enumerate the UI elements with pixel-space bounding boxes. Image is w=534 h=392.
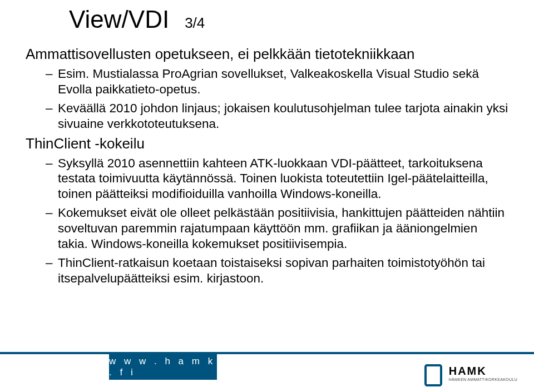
bullet-list: Esim. Mustialassa ProAgrian sovellukset,… xyxy=(26,66,508,132)
logo-text: HAMK HÄMEEN AMMATTIKORKEAKOULU xyxy=(449,365,517,381)
list-item: Kokemukset eivät ole olleet pelkästään p… xyxy=(46,205,508,252)
slide-page-indicator: 3/4 xyxy=(185,14,205,32)
bullet-list: Syksyllä 2010 asennettiin kahteen ATK-lu… xyxy=(26,156,508,286)
list-item: Syksyllä 2010 asennettiin kahteen ATK-lu… xyxy=(46,156,508,202)
logo-subtitle: HÄMEEN AMMATTIKORKEAKOULU xyxy=(449,378,517,381)
list-item: ThinClient-ratkaisun koetaan toistaiseks… xyxy=(46,255,508,286)
slide-content: View/VDI 3/4 Ammattisovellusten opetukse… xyxy=(0,0,534,286)
slide-footer: w w w . h a m k . f i HAMK HÄMEEN AMMATT… xyxy=(0,349,534,392)
logo-icon xyxy=(424,364,447,382)
footer-divider xyxy=(0,352,534,354)
title-row: View/VDI 3/4 xyxy=(26,6,508,33)
section-1: Ammattisovellusten opetukseen, ei pelkkä… xyxy=(26,46,508,132)
section-heading: Ammattisovellusten opetukseen, ei pelkkä… xyxy=(26,46,508,63)
footer-url: w w w . h a m k . f i xyxy=(109,356,217,378)
list-item: Esim. Mustialassa ProAgrian sovellukset,… xyxy=(46,66,508,97)
section-2: ThinClient -kokeilu Syksyllä 2010 asenne… xyxy=(26,135,508,286)
hamk-logo: HAMK HÄMEEN AMMATTIKORKEAKOULU xyxy=(424,364,517,382)
logo-name: HAMK xyxy=(449,365,517,376)
footer-url-tab: w w w . h a m k . f i xyxy=(109,354,217,380)
slide: View/VDI 3/4 Ammattisovellusten opetukse… xyxy=(0,0,534,392)
section-heading: ThinClient -kokeilu xyxy=(26,135,508,152)
slide-title: View/VDI xyxy=(69,6,169,33)
list-item: Keväällä 2010 johdon linjaus; jokaisen k… xyxy=(46,101,508,132)
